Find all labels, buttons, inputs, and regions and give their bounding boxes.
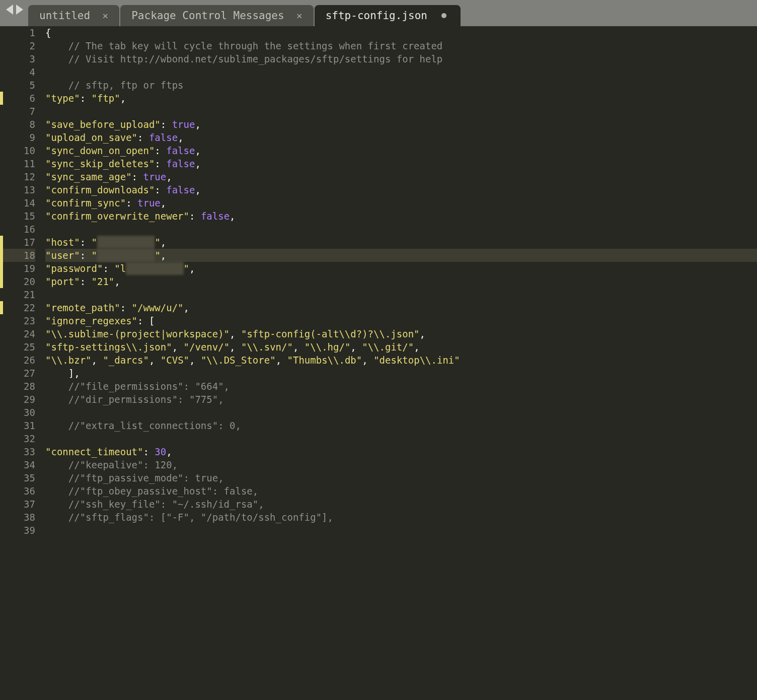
line-number[interactable]: 12 — [0, 170, 35, 183]
code-line[interactable]: { — [45, 26, 757, 39]
code-line[interactable]: "upload_on_save": false, — [45, 131, 757, 144]
line-number[interactable]: 39 — [0, 524, 35, 537]
code-line[interactable]: //"sftp_flags": ["-F", "/path/to/ssh_con… — [45, 511, 757, 524]
code-line[interactable]: "sync_skip_deletes": false, — [45, 157, 757, 170]
editor: 1234567891011121314151617181920212223242… — [0, 26, 757, 700]
line-number[interactable]: 22 — [0, 301, 35, 314]
line-number[interactable]: 37 — [0, 498, 35, 511]
tab-label: untitled — [39, 9, 90, 22]
line-number-gutter[interactable]: 1234567891011121314151617181920212223242… — [0, 26, 42, 700]
line-number[interactable]: 9 — [0, 131, 35, 144]
code-line[interactable]: //"file_permissions": "664", — [45, 380, 757, 393]
code-line[interactable]: "\\.bzr", "_darcs", "CVS", "\\.DS_Store"… — [45, 354, 757, 367]
code-line[interactable]: //"keepalive": 120, — [45, 458, 757, 471]
code-line[interactable]: "port": "21", — [45, 275, 757, 288]
line-number[interactable]: 30 — [0, 406, 35, 419]
code-line[interactable] — [45, 524, 757, 537]
line-number[interactable]: 14 — [0, 196, 35, 209]
tab-untitled[interactable]: untitled × — [28, 5, 119, 26]
code-line[interactable]: "\\.sublime-(project|workspace)", "sftp-… — [45, 327, 757, 340]
line-number[interactable]: 31 — [0, 419, 35, 432]
line-number[interactable]: 7 — [0, 105, 35, 118]
line-number[interactable]: 34 — [0, 458, 35, 471]
code-line[interactable]: "sync_same_age": true, — [45, 170, 757, 183]
dirty-indicator-icon — [441, 13, 446, 18]
code-line[interactable]: "save_before_upload": true, — [45, 118, 757, 131]
line-number[interactable]: 32 — [0, 432, 35, 445]
code-line[interactable]: "host": "xxxxxxxxxx", — [45, 236, 757, 249]
line-number[interactable]: 38 — [0, 511, 35, 524]
line-number[interactable]: 27 — [0, 367, 35, 380]
close-icon[interactable]: × — [296, 9, 302, 22]
code-line[interactable] — [45, 432, 757, 445]
tab-label: sftp-config.json — [326, 9, 427, 22]
line-number[interactable]: 16 — [0, 223, 35, 236]
tab-bar: untitled × Package Control Messages × sf… — [0, 0, 757, 26]
code-line[interactable]: // The tab key will cycle through the se… — [45, 39, 757, 52]
line-number[interactable]: 2 — [0, 39, 35, 52]
line-number[interactable]: 19 — [0, 262, 35, 275]
line-number[interactable]: 36 — [0, 484, 35, 498]
line-number[interactable]: 21 — [0, 288, 35, 301]
line-number[interactable]: 4 — [0, 65, 35, 79]
code-line[interactable]: // sftp, ftp or ftps — [45, 79, 757, 92]
code-line[interactable] — [45, 65, 757, 79]
code-line[interactable] — [45, 105, 757, 118]
code-line[interactable] — [45, 223, 757, 236]
line-number[interactable]: 28 — [0, 380, 35, 393]
code-line[interactable]: "sftp-settings\\.json", "/venv/", "\\.sv… — [45, 340, 757, 354]
line-number[interactable]: 18 — [0, 249, 35, 262]
line-number[interactable]: 10 — [0, 144, 35, 157]
tab-nav-prev-icon[interactable] — [6, 5, 13, 15]
line-number[interactable]: 23 — [0, 314, 35, 327]
line-number[interactable]: 17 — [0, 236, 35, 249]
code-line[interactable]: //"ssh_key_file": "~/.ssh/id_rsa", — [45, 498, 757, 511]
close-icon[interactable]: × — [102, 9, 108, 22]
line-number[interactable]: 6 — [0, 92, 35, 105]
tab-sftp-config[interactable]: sftp-config.json — [315, 5, 461, 26]
tab-nav-arrows — [0, 0, 28, 26]
code-line[interactable]: //"ftp_obey_passive_host": false, — [45, 484, 757, 498]
line-number[interactable]: 29 — [0, 393, 35, 406]
line-number[interactable]: 35 — [0, 471, 35, 484]
tab-nav-next-icon[interactable] — [16, 5, 23, 15]
line-number[interactable]: 24 — [0, 327, 35, 340]
tab-label: Package Control Messages — [131, 9, 284, 22]
line-number[interactable]: 33 — [0, 445, 35, 458]
line-number[interactable]: 8 — [0, 118, 35, 131]
code-line[interactable]: //"dir_permissions": "775", — [45, 393, 757, 406]
code-line[interactable]: //"ftp_passive_mode": true, — [45, 471, 757, 484]
code-line[interactable]: "type": "ftp", — [45, 92, 757, 105]
line-number[interactable]: 3 — [0, 52, 35, 65]
tab-package-control-messages[interactable]: Package Control Messages × — [120, 5, 313, 26]
line-number[interactable]: 1 — [0, 26, 35, 39]
code-area[interactable]: { // The tab key will cycle through the … — [42, 26, 757, 700]
line-number[interactable]: 20 — [0, 275, 35, 288]
code-line[interactable]: "confirm_sync": true, — [45, 196, 757, 209]
code-line[interactable]: //"extra_list_connections": 0, — [45, 419, 757, 432]
line-number[interactable]: 13 — [0, 183, 35, 196]
code-line[interactable]: "confirm_downloads": false, — [45, 183, 757, 196]
line-number[interactable]: 11 — [0, 157, 35, 170]
line-number[interactable]: 25 — [0, 340, 35, 354]
code-line[interactable]: "confirm_overwrite_newer": false, — [45, 209, 757, 223]
code-line[interactable]: "remote_path": "/www/u/", — [45, 301, 757, 314]
code-line[interactable]: "sync_down_on_open": false, — [45, 144, 757, 157]
line-number[interactable]: 26 — [0, 354, 35, 367]
code-line[interactable]: "user": "xxxxxxxxxx", — [45, 249, 757, 262]
code-line[interactable]: ], — [45, 367, 757, 380]
code-line[interactable]: "ignore_regexes": [ — [45, 314, 757, 327]
code-line[interactable]: "connect_timeout": 30, — [45, 445, 757, 458]
code-line[interactable] — [45, 288, 757, 301]
code-line[interactable]: "password": "lxxxxxxxxxx", — [45, 262, 757, 275]
line-number[interactable]: 5 — [0, 79, 35, 92]
code-line[interactable]: // Visit http://wbond.net/sublime_packag… — [45, 52, 757, 65]
code-line[interactable] — [45, 406, 757, 419]
line-number[interactable]: 15 — [0, 209, 35, 223]
